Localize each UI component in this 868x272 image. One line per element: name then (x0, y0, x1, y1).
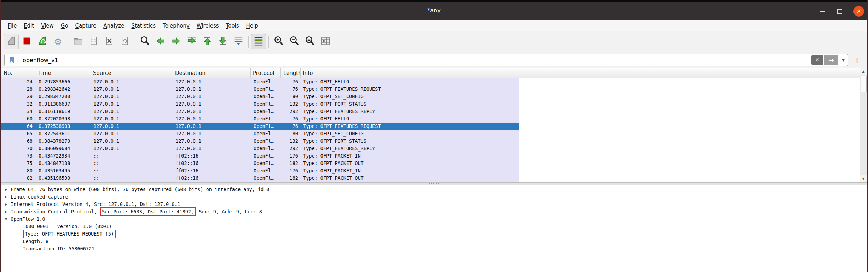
display-filter-field[interactable]: openflow_v1 ✕ ➡ ▼ (4, 54, 848, 66)
menu-item-capture[interactable]: Capture (72, 22, 100, 30)
stop-capture-button[interactable] (19, 34, 34, 49)
start-capture-button[interactable] (4, 34, 19, 49)
reload-file-button[interactable] (117, 34, 132, 49)
packet-details-pane: ▶Frame 64: 76 bytes on wire (608 bits), … (1, 185, 867, 272)
detail-text: .000 0001 = Version: 1.0 (0x01) (23, 223, 112, 230)
last-packet-button[interactable] (215, 34, 230, 49)
auto-scroll-button[interactable] (231, 34, 246, 49)
cell-src: 127.0.0.1 (91, 145, 173, 152)
packet-row-28[interactable]: 280.298342642127.0.0.1127.0.0.1OpenFl…76… (1, 85, 519, 93)
detail-line[interactable]: Type: OFPT_FEATURES_REQUEST (5) (1, 230, 867, 238)
scroll-down-button[interactable]: ▼ (860, 175, 867, 182)
close-button[interactable]: ✕ (853, 6, 864, 17)
next-packet-button[interactable] (169, 34, 184, 49)
filter-clear-button[interactable]: ✕ (811, 55, 823, 65)
filter-dropdown-button[interactable]: ▼ (839, 54, 848, 66)
menu-item-go[interactable]: Go (57, 22, 72, 30)
expand-icon[interactable]: ▶ (1, 186, 11, 193)
detail-line[interactable]: ▶Transmission Control Protocol, Src Port… (1, 208, 867, 215)
scroll-up-button[interactable]: ▲ (860, 68, 867, 75)
detail-line[interactable]: ▶Frame 64: 76 bytes on wire (608 bits), … (1, 186, 867, 193)
packet-row-34[interactable]: 340.316118619127.0.0.1127.0.0.1OpenFl…29… (1, 108, 519, 115)
find-packet-button[interactable] (138, 34, 152, 49)
menu-item-wireless[interactable]: Wireless (193, 22, 222, 30)
column-header-time[interactable]: Time (36, 68, 91, 78)
menu-item-edit[interactable]: Edit (20, 22, 37, 30)
expand-icon[interactable]: ▶ (1, 201, 11, 208)
packet-row-75[interactable]: 750.434847138::ff02::16OpenFl…182Type: O… (1, 160, 519, 167)
menu-item-analyze[interactable]: Analyze (100, 22, 128, 30)
column-header-no[interactable]: No. (1, 68, 36, 78)
column-header-source[interactable]: Source (91, 68, 173, 78)
column-header-length[interactable]: Length (281, 68, 301, 78)
column-header-info[interactable]: Info (301, 68, 519, 78)
expand-icon[interactable]: ▶ (1, 193, 11, 201)
restore-button[interactable] (834, 6, 845, 17)
filter-apply-button[interactable]: ➡ (824, 55, 838, 65)
menu-item-statistics[interactable]: Statistics (128, 22, 159, 30)
zoom-in-button[interactable] (271, 34, 286, 49)
packet-row-32[interactable]: 320.311386637127.0.0.1127.0.0.1OpenFl…13… (1, 100, 519, 108)
menu-item-help[interactable]: Help (243, 22, 262, 30)
detail-line[interactable]: .000 0001 = Version: 1.0 (0x01) (1, 223, 867, 230)
menu-item-file[interactable]: File (4, 22, 20, 30)
packet-row-29[interactable]: 290.298347200127.0.0.1127.0.0.1OpenFl…80… (1, 93, 519, 100)
toolbar-separator (68, 36, 68, 48)
detail-line[interactable]: ▶Internet Protocol Version 4, Src: 127.0… (1, 201, 867, 208)
previous-packet-button[interactable] (153, 34, 168, 49)
first-packet-button[interactable] (200, 34, 215, 49)
cell-len: 176 (281, 167, 301, 175)
cell-len: 182 (281, 160, 301, 167)
colorize-button[interactable] (251, 34, 266, 49)
resize-columns-button[interactable] (318, 34, 333, 49)
related-packet-mark (4, 115, 4, 123)
cell-dst: ff02::16 (173, 175, 251, 182)
detail-line[interactable]: ▼OpenFlow 1.0 (1, 215, 867, 223)
capture-options-button[interactable]: ⚙ (51, 34, 65, 49)
cell-src: 127.0.0.1 (91, 78, 173, 85)
display-filter-input[interactable]: openflow_v1 (19, 54, 811, 66)
close-file-button[interactable] (102, 34, 117, 49)
cell-proto: OpenFl… (251, 160, 281, 167)
cell-proto: OpenFl… (251, 85, 281, 93)
packet-row-68[interactable]: 680.384378270127.0.0.1127.0.0.1OpenFl…13… (1, 137, 519, 145)
cell-proto: OpenFl… (251, 152, 281, 160)
collapse-icon[interactable]: ▼ (1, 215, 11, 223)
detail-line[interactable]: ▶Linux cooked capture (1, 193, 867, 201)
zoom-100-button[interactable] (302, 34, 317, 49)
column-header-destination[interactable]: Destination (173, 68, 251, 78)
menu-item-tools[interactable]: Tools (222, 22, 243, 30)
zoom-out-button[interactable] (287, 34, 302, 49)
packet-row-24[interactable]: 240.297853666127.0.0.1127.0.0.1OpenFl…76… (1, 78, 519, 85)
filter-bookmark-button[interactable] (5, 54, 19, 66)
zoom-in-icon (273, 36, 284, 48)
cell-len: 182 (281, 175, 301, 182)
packet-row-64[interactable]: 640.372538903127.0.0.1127.0.0.1OpenFl…76… (1, 123, 519, 130)
expand-icon[interactable]: ▶ (1, 208, 11, 215)
pane-splitter[interactable] (1, 182, 867, 185)
packet-row-73[interactable]: 730.434722934::ff02::16OpenFl…176Type: O… (1, 152, 519, 160)
close-icon: ✕ (853, 6, 864, 17)
window-right-border (867, 0, 868, 272)
scrollbar-thumb[interactable] (861, 76, 867, 92)
menu-item-telephony[interactable]: Telephony (159, 22, 193, 30)
open-file-button[interactable] (71, 34, 86, 49)
detail-line[interactable]: Transaction ID: 558606721 (1, 245, 867, 253)
packet-row-82[interactable]: 820.435196590::ff02::16OpenFl…182Type: O… (1, 175, 519, 182)
column-header-protocol[interactable]: Protocol (251, 68, 281, 78)
detail-text: Internet Protocol Version 4, Src: 127.0.… (11, 201, 180, 208)
goto-icon (186, 36, 197, 48)
restart-capture-button[interactable] (35, 34, 50, 49)
packet-row-70[interactable]: 700.386099684127.0.0.1127.0.0.1OpenFl…29… (1, 145, 519, 152)
packet-row-60[interactable]: 600.372020398127.0.0.1127.0.0.1OpenFl…76… (1, 115, 519, 123)
detail-line[interactable]: Length: 8 (1, 238, 867, 245)
packet-row-65[interactable]: 650.372543611127.0.0.1127.0.0.1OpenFl…80… (1, 130, 519, 137)
filter-add-button[interactable]: + (852, 55, 862, 64)
detail-text: Transmission Control Protocol, (11, 208, 100, 215)
go-to-packet-button[interactable] (184, 34, 199, 49)
save-file-button[interactable]: 01010110 (86, 34, 101, 49)
packet-row-80[interactable]: 800.435103495::ff02::16OpenFl…176Type: O… (1, 167, 519, 175)
minimize-button[interactable] (817, 6, 828, 17)
vertical-scrollbar[interactable]: ▲ ▼ (860, 68, 867, 182)
menu-item-view[interactable]: View (37, 22, 57, 30)
